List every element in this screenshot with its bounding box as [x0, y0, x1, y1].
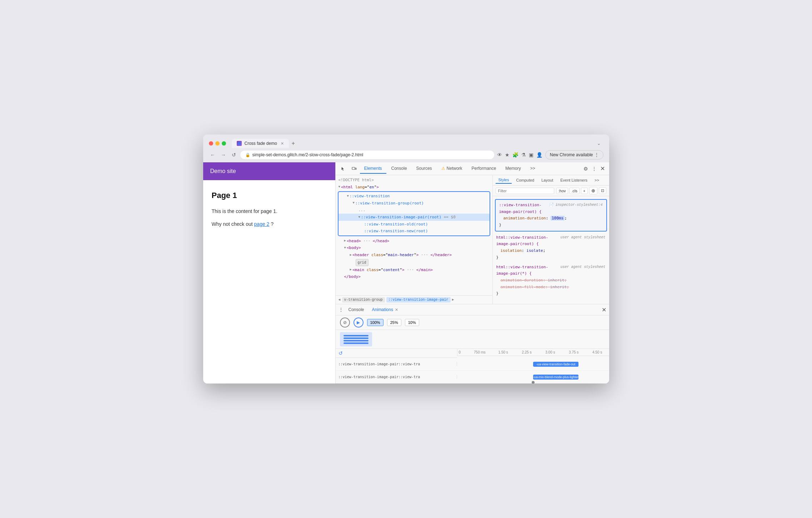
animation-speed-100[interactable]: 100%: [367, 319, 384, 326]
demo-text-2-before: Why not check out: [212, 221, 253, 227]
breadcrumb-item-vt-group[interactable]: v-transition-group: [342, 297, 385, 303]
devtools-tab-more-label: >>: [530, 166, 535, 171]
styles-filter-row: :hov .cls + ⊕ ⊡: [493, 186, 609, 196]
timeline-bar-1: -ua-view-transition-fade-out: [533, 362, 579, 367]
demo-page2-link[interactable]: page 2: [254, 221, 270, 227]
devtools-tab-console-label: Console: [391, 166, 407, 171]
timeline-refresh-icon[interactable]: ↺: [339, 350, 343, 356]
breadcrumb-item-vt-image-pair[interactable]: ::view-transition-image-pair: [386, 297, 451, 303]
styles-content: ::view-transition-image-pair(root) { 📄 i…: [493, 196, 609, 304]
animation-duration-value[interactable]: 100ms: [551, 216, 565, 220]
styles-tab-computed[interactable]: Computed: [513, 177, 537, 183]
vt-group-line: ▼ ::view-transition-group(root): [339, 200, 490, 207]
svg-rect-0: [352, 167, 355, 169]
address-field[interactable]: 🔒 simple-set-demos.glitch.me/2-slow-cros…: [240, 151, 494, 159]
devtools-more-icon[interactable]: ⋮: [590, 164, 598, 173]
header-expand[interactable]: ▶: [350, 253, 352, 258]
body-expand[interactable]: ▼: [344, 245, 346, 250]
tab-bar: 🌀 Cross fade demo ✕ +: [232, 139, 591, 148]
styles-new-style-btn[interactable]: ⊕: [589, 187, 597, 194]
demo-site: Demo site Page 1 This is the content for…: [203, 162, 335, 384]
rule-close-brace-3: }: [496, 290, 606, 297]
drawer-tab-animations[interactable]: Animations ✕: [369, 306, 401, 314]
refresh-button[interactable]: ↺: [230, 151, 237, 158]
styles-filter-cls[interactable]: .cls: [570, 188, 580, 194]
devtools-close-icon[interactable]: ✕: [599, 164, 606, 173]
html-tag-line: ▼ <html lang="en">: [336, 184, 492, 191]
devtools-tab-sources[interactable]: Sources: [412, 164, 436, 174]
devtools-tab-elements[interactable]: Elements: [360, 164, 386, 174]
new-tab-button[interactable]: +: [292, 140, 295, 147]
new-chrome-chevron: ⋮: [595, 152, 599, 157]
element-picker-icon[interactable]: [339, 164, 349, 174]
styles-filter-hov[interactable]: :hov: [556, 188, 568, 194]
maximize-window-button[interactable]: [222, 141, 226, 146]
html-expand-triangle[interactable]: ▼: [339, 184, 340, 189]
expand-button[interactable]: ⌄: [594, 139, 603, 147]
profile-icon[interactable]: 👤: [536, 152, 542, 158]
devtools-tab-memory[interactable]: Memory: [501, 164, 525, 174]
new-chrome-button[interactable]: New Chrome available ⋮: [545, 150, 603, 159]
main-expand[interactable]: ▶: [350, 267, 352, 272]
styles-tab-event-listeners[interactable]: Event Listeners: [557, 177, 590, 183]
drawer-close-button[interactable]: ✕: [602, 306, 606, 313]
isolation-value: isolate: [526, 248, 543, 253]
devtools-tab-more[interactable]: >>: [526, 164, 540, 174]
animation-preview-box: [340, 332, 372, 346]
breadcrumb-forward-arrow[interactable]: ►: [452, 298, 454, 302]
ruler-mark-0: 0: [457, 350, 468, 354]
back-button[interactable]: ←: [209, 151, 217, 158]
forward-button[interactable]: →: [220, 151, 227, 158]
animation-speed-10[interactable]: 10%: [405, 319, 419, 326]
animation-speed-25[interactable]: 25%: [387, 319, 401, 326]
demo-text-1: This is the content for page 1.: [212, 207, 327, 215]
view-transition-blue-box: ▼ ::view-transition ▼ ::view-transition-…: [338, 191, 490, 236]
devtools-panel: Elements Console Sources ⚠ Network Perfo…: [335, 162, 609, 384]
tab-close-button[interactable]: ✕: [281, 141, 284, 146]
rule-selector-3: html::view-transition-image-pair(*) { us…: [496, 264, 606, 277]
browser-tab-active[interactable]: 🌀 Cross fade demo ✕: [232, 139, 289, 148]
minimize-window-button[interactable]: [215, 141, 220, 146]
devtools-tab-network[interactable]: ⚠ Network: [437, 164, 467, 174]
styles-tab-layout[interactable]: Layout: [538, 177, 556, 183]
ruler-mark-150: 1.50 s: [491, 350, 515, 354]
styles-computed-btn[interactable]: ⊡: [599, 187, 606, 194]
drawer-more-icon[interactable]: ⋮: [339, 307, 344, 313]
anim-preview-line-4: [344, 342, 369, 344]
styles-add-rule-btn[interactable]: +: [581, 188, 587, 194]
split-view-icon[interactable]: ▣: [529, 152, 533, 158]
devtools-settings-icon[interactable]: ⚙: [582, 164, 590, 173]
styles-filter-input[interactable]: [496, 188, 554, 194]
animation-play-button[interactable]: ▶: [354, 318, 364, 327]
body-close-line: </body>: [336, 273, 492, 280]
lab-icon[interactable]: ⚗: [521, 152, 526, 158]
vt-new-line: ::view-transition-new(root): [339, 228, 490, 235]
timeline-bar-area-2: -ua-mix-blend-mode-plus-lighter: [457, 371, 609, 383]
vt-expand[interactable]: ▼: [347, 194, 349, 199]
rule-props-1: animation-duration: 100ms;: [499, 215, 603, 222]
timeline-label-2: ::view-transition-image-pair::view-tra: [336, 375, 457, 379]
device-toolbar-icon[interactable]: [349, 164, 359, 174]
devtools-tab-console[interactable]: Console: [387, 164, 411, 174]
vtg-expand[interactable]: ▼: [353, 200, 355, 205]
animation-cancel-button[interactable]: ⊘: [340, 318, 350, 327]
styles-tab-more[interactable]: >>: [592, 177, 602, 183]
timeline-scrubber[interactable]: [532, 381, 535, 384]
extensions-icon[interactable]: 🧩: [512, 152, 518, 158]
close-window-button[interactable]: [209, 141, 213, 146]
vt-image-pair-line[interactable]: ▼ ::view-transition-image-pair(root) == …: [339, 214, 490, 221]
vtip-expand[interactable]: ▼: [359, 215, 360, 220]
drawer-tab-animations-close[interactable]: ✕: [395, 308, 398, 312]
breadcrumb-back-arrow[interactable]: ◄: [339, 298, 341, 302]
styles-tab-styles[interactable]: Styles: [496, 177, 512, 184]
head-expand[interactable]: ▶: [344, 238, 346, 243]
eye-off-icon[interactable]: 👁: [497, 152, 502, 158]
devtools-tab-performance[interactable]: Performance: [467, 164, 501, 174]
address-bar: ← → ↺ 🔒 simple-set-demos.glitch.me/2-slo…: [203, 148, 609, 162]
new-chrome-label: New Chrome available: [550, 152, 593, 157]
network-warning-icon: ⚠: [441, 166, 445, 171]
header-tag-line: ▶ <header class="main-header"> ··· </hea…: [336, 252, 492, 259]
drawer-tab-console[interactable]: Console: [346, 306, 367, 314]
elements-content[interactable]: <!DOCTYPE html> ▼ <html lang="en"> ▼: [336, 175, 492, 295]
bookmark-icon[interactable]: ★: [505, 152, 510, 158]
